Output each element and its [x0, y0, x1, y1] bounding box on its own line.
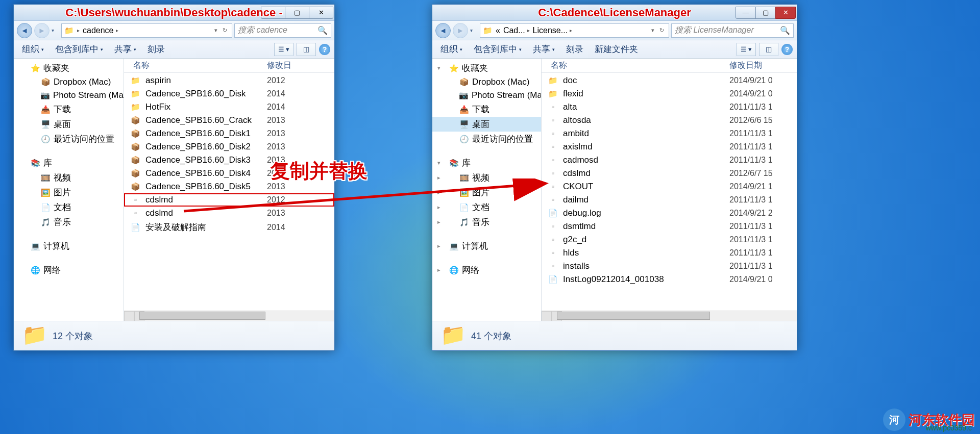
nav-network[interactable]: ▸🌐网络 [432, 263, 541, 277]
search-input[interactable]: 搜索 cadence 🔍 [234, 23, 331, 38]
file-row[interactable]: 📁Cadence_SPB16.60_Disk2014 [124, 87, 334, 100]
minimize-button[interactable]: — [736, 7, 756, 19]
maximize-button[interactable]: ▢ [755, 7, 776, 19]
nav-network[interactable]: 🌐网络 [14, 263, 124, 277]
share-menu[interactable]: 共享▾ [529, 41, 559, 57]
organize-menu[interactable]: 组织▾ [436, 41, 467, 57]
nav-lib-item[interactable]: ▸🎞️视频 [432, 170, 541, 185]
file-row[interactable]: 📁HotFix2014 [124, 100, 334, 114]
file-list[interactable]: 📁doc2014/9/21 0📁flexid2014/9/21 0▫️alta2… [542, 73, 797, 311]
file-row[interactable]: ▫️ambitd2011/11/3 1 [542, 127, 797, 140]
file-row[interactable]: 📄安装及破解指南2014 [124, 220, 334, 235]
new-folder-button[interactable]: 新建文件夹 [591, 41, 642, 57]
column-headers[interactable]: 名称 修改日 [124, 59, 334, 73]
nav-favorites[interactable]: ▾⭐收藏夹 [432, 61, 541, 75]
nav-lib-item[interactable]: 🎵音乐 [14, 215, 124, 229]
file-row[interactable]: ▫️altosda2012/6/6 15 [542, 114, 797, 127]
share-menu[interactable]: 共享▾ [110, 41, 140, 57]
file-row[interactable]: 📦Cadence_SPB16.60_Disk22013 [124, 140, 334, 154]
include-menu[interactable]: 包含到库中▾ [51, 41, 107, 57]
nav-lib-item[interactable]: ▸📄文档 [432, 200, 541, 215]
forward-button[interactable]: ► [34, 23, 50, 38]
nav-fav-item[interactable]: 🕘最近访问的位置 [14, 132, 124, 146]
back-button[interactable]: ◄ [17, 23, 32, 38]
address-dropdown-icon[interactable]: ▾↻ [649, 27, 667, 34]
address-bar[interactable]: 📁 « Cad...▸ License...▸ ▾↻ [480, 23, 669, 38]
nav-lib-item[interactable]: 🖼️图片 [14, 185, 124, 200]
close-button[interactable]: ✕ [775, 7, 796, 19]
file-row[interactable]: 📦Cadence_SPB16.60_Crack2013 [124, 114, 334, 127]
breadcrumb-seg[interactable]: « [496, 26, 500, 35]
file-row[interactable]: ▫️axislmd2011/11/3 1 [542, 140, 797, 154]
file-row[interactable]: ▫️CKOUT2014/9/21 1 [542, 180, 797, 193]
burn-button[interactable]: 刻录 [143, 41, 169, 57]
nav-fav-item[interactable]: 📥下载 [432, 102, 541, 117]
address-bar[interactable]: 📁 ▸ cadence▸ ▾↻ [61, 23, 232, 38]
back-button[interactable]: ◄ [435, 23, 451, 38]
forward-button[interactable]: ► [453, 23, 468, 38]
file-row[interactable]: ▫️hlds2011/11/3 1 [542, 246, 797, 260]
horizontal-scrollbar[interactable] [124, 311, 334, 321]
breadcrumb-seg[interactable]: Cad...▸ [503, 26, 530, 35]
maximize-button[interactable]: ▢ [285, 7, 309, 19]
file-row[interactable]: ▫️dsmtlmd2011/11/3 1 [542, 220, 797, 233]
file-row[interactable]: 📦Cadence_SPB16.60_Disk12013 [124, 127, 334, 140]
breadcrumb-seg[interactable]: cadence▸ [83, 26, 118, 35]
organize-menu[interactable]: 组织▾ [18, 41, 48, 57]
nav-fav-item[interactable]: 📷Photo Stream (Mac) [432, 89, 541, 102]
file-row[interactable]: ▫️alta2011/11/3 1 [542, 100, 797, 114]
nav-fav-item[interactable]: 📦Dropbox (Mac) [14, 75, 124, 89]
close-button[interactable]: ✕ [309, 7, 333, 19]
include-menu[interactable]: 包含到库中▾ [470, 41, 526, 57]
help-button[interactable]: ? [319, 44, 330, 55]
nav-fav-item[interactable]: 🕘最近访问的位置 [432, 132, 541, 146]
nav-computer[interactable]: ▸💻计算机 [432, 239, 541, 253]
file-row[interactable]: ▫️cdslmd2012/6/7 15 [542, 167, 797, 180]
file-row[interactable]: 📁doc2014/9/21 0 [542, 74, 797, 87]
nav-fav-item[interactable]: 📦Dropbox (Mac) [432, 75, 541, 89]
file-row[interactable]: ▫️g2c_d2011/11/3 1 [542, 233, 797, 246]
nav-fav-item[interactable]: 🖥️桌面 [14, 117, 124, 132]
view-mode-button[interactable]: ☰ ▾ [737, 43, 756, 56]
search-input[interactable]: 搜索 LicenseManager 🔍 [671, 23, 794, 38]
address-dropdown-icon[interactable]: ▾↻ [212, 27, 230, 34]
nav-fav-item[interactable]: 📷Photo Stream (Mac) [14, 89, 124, 102]
nav-lib-item[interactable]: ▸🖼️图片 [432, 185, 541, 200]
nav-lib-item[interactable]: 📄文档 [14, 200, 124, 215]
column-headers[interactable]: 名称 修改日期 [542, 59, 797, 73]
breadcrumb-seg[interactable]: License...▸ [533, 26, 572, 35]
file-row[interactable]: ▫️dailmd2011/11/3 1 [542, 193, 797, 207]
navigation-pane[interactable]: ⭐收藏夹 📦Dropbox (Mac) 📷Photo Stream (Mac) … [14, 59, 124, 321]
file-list[interactable]: 📁aspirin2012📁Cadence_SPB16.60_Disk2014📁H… [124, 73, 334, 311]
col-date[interactable]: 修改日 [267, 60, 328, 71]
nav-lib-item[interactable]: ▸🎵音乐 [432, 215, 541, 229]
nav-computer[interactable]: 💻计算机 [14, 239, 124, 253]
file-row[interactable]: 📄InstLog09212014_0010382014/9/21 0 [542, 273, 797, 286]
preview-pane-button[interactable]: ◫ [759, 43, 778, 56]
help-button[interactable]: ? [781, 44, 793, 55]
nav-fav-item[interactable]: 📥下载 [14, 102, 124, 117]
nav-lib-item[interactable]: 🎞️视频 [14, 170, 124, 185]
navigation-pane[interactable]: ▾⭐收藏夹 📦Dropbox (Mac) 📷Photo Stream (Mac)… [432, 59, 542, 321]
preview-pane-button[interactable]: ◫ [297, 43, 316, 56]
col-name[interactable]: 名称 [548, 60, 729, 71]
file-row[interactable]: ▫️cdslmd2012 [124, 193, 334, 207]
nav-history-dropdown[interactable]: ▾ [470, 28, 478, 33]
file-row[interactable]: 📁aspirin2012 [124, 74, 334, 87]
burn-button[interactable]: 刻录 [562, 41, 587, 57]
file-row[interactable]: 📄debug.log2014/9/21 2 [542, 207, 797, 220]
file-row[interactable]: ▫️installs2011/11/3 1 [542, 260, 797, 273]
file-row[interactable]: ▫️cdslmd2013 [124, 207, 334, 220]
titlebar[interactable]: C:\Cadence\LicenseManager — ▢ ✕ [432, 5, 797, 21]
view-mode-button[interactable]: ☰ ▾ [274, 43, 293, 56]
nav-history-dropdown[interactable]: ▾ [52, 28, 59, 33]
titlebar[interactable]: C:\Users\wuchuanbin\Desktop\cadence - — … [14, 5, 334, 21]
file-row[interactable]: ▫️cadmosd2011/11/3 1 [542, 154, 797, 167]
file-row[interactable]: 📁flexid2014/9/21 0 [542, 87, 797, 100]
nav-fav-item[interactable]: 🖥️桌面 [432, 117, 541, 132]
horizontal-scrollbar[interactable] [542, 311, 797, 321]
nav-libraries[interactable]: ▾📚库 [432, 156, 541, 170]
nav-favorites[interactable]: ⭐收藏夹 [14, 61, 124, 75]
col-date[interactable]: 修改日期 [729, 60, 791, 71]
nav-libraries[interactable]: 📚库 [14, 156, 124, 170]
